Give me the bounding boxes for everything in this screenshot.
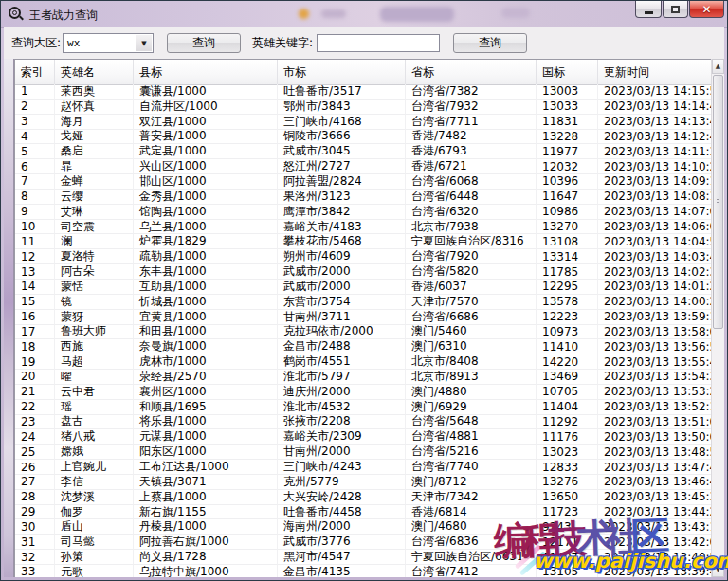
scroll-up-button[interactable]: ▲ (712, 59, 724, 74)
table-row[interactable]: 33元歌乌拉特中旗/1000金昌市/4135台湾省/7412131052023/… (15, 565, 714, 577)
cell-national: 13108 (537, 234, 598, 249)
query-button-1[interactable]: 查询 (167, 33, 241, 53)
cell-update-time: 2023/03/13 14:13:47 (598, 115, 714, 130)
table-row[interactable]: 19马超虎林市/1000鹤岗市/4551北京市/8408142202023/03… (15, 354, 714, 370)
cell-index: 4 (15, 130, 55, 145)
cell-hero-name: 阿古朵 (55, 264, 134, 280)
cell-index: 25 (15, 445, 55, 460)
cell-province: 澳门/6929 (406, 400, 537, 415)
table-row[interactable]: 13阿古朵东丰县/1000武威市/2000台湾省/5820117852023/0… (15, 264, 714, 280)
cell-city: 鹰潭市/3842 (278, 205, 406, 220)
cell-county: 乌拉特中旗/1000 (134, 565, 278, 577)
cell-national: 11407 (537, 550, 598, 565)
cell-hero-name: 赵怀真 (55, 100, 134, 115)
cell-hero-name: 司马懿 (55, 535, 134, 550)
column-header[interactable]: 英雄名 (55, 60, 134, 84)
table-row[interactable]: 22瑶和顺县/1695淮北市/4532澳门/6929114042023/03/1… (15, 400, 714, 415)
cell-index: 31 (15, 535, 55, 550)
cell-index: 12 (15, 249, 55, 264)
table-row[interactable]: 4戈娅普安县/1000铜陵市/3666香港/7482132282023/03/1… (15, 130, 714, 145)
column-header[interactable]: 省标 (406, 60, 537, 84)
close-button[interactable]: ✕ (689, 1, 724, 18)
table-row[interactable]: 7金蝉邯山区/1000阿拉善盟/2824台湾省/6068103962023/03… (15, 174, 714, 190)
cell-update-time: 2023/03/13 13:55:48 (598, 354, 714, 370)
table-row[interactable]: 28沈梦溪上蔡县/1000大兴安岭/2428天津市/7342136502023/… (15, 490, 714, 505)
table-row[interactable]: 23盘古将乐县/1000张掖市/2208台湾省/5648112922023/03… (15, 415, 714, 430)
cell-index: 27 (15, 475, 55, 490)
cell-national: 10973 (537, 325, 598, 340)
table-row[interactable]: 16蒙犽宜黄县/1000甘南州/3711台湾省/6686122232023/03… (15, 310, 714, 325)
cell-national: 13105 (537, 565, 598, 577)
cell-index: 9 (15, 205, 55, 220)
cell-hero-name: 金蝉 (55, 174, 134, 190)
cell-update-time: 2023/03/13 13:47:46 (598, 460, 714, 475)
table-row[interactable]: 8云缨金秀县/1000果洛州/3123台湾省/6448116472023/03/… (15, 190, 714, 205)
table-row[interactable]: 11澜炉霍县/1829攀枝花市/5468宁夏回族自治区/831613108202… (15, 234, 714, 249)
column-header[interactable]: 索引 (15, 60, 55, 84)
table-row[interactable]: 24猪八戒元谋县/1000嘉峪关市/2309台湾省/4881111762023/… (15, 429, 714, 445)
cell-national: 13469 (537, 370, 598, 385)
cell-update-time: 2023/03/13 13:48:53 (598, 445, 714, 460)
cell-county: 阿拉善右旗/1000 (134, 535, 278, 550)
cell-index: 22 (15, 400, 55, 415)
cell-index: 28 (15, 490, 55, 505)
cell-city: 三门峡市/4243 (278, 460, 406, 475)
table-row[interactable]: 3海月双江县/1000三门峡市/4168台湾省/7711118312023/03… (15, 115, 714, 130)
table-row[interactable]: 6暃兴山区/1000怒江州/2727香港/6721120322023/03/13… (15, 159, 714, 174)
scrollbar-thumb[interactable] (713, 75, 723, 329)
cell-hero-name: 鲁班大师 (55, 325, 134, 340)
cell-hero-name: 戈娅 (55, 130, 134, 145)
minimize-button[interactable] (635, 1, 662, 18)
column-header[interactable]: 县标 (134, 60, 278, 84)
cell-province: 台湾省/7932 (406, 100, 537, 115)
title-bar[interactable]: 王者战力查询 ✕ (1, 1, 727, 28)
cell-update-time: 2023/03/13 14:06:02 (598, 220, 714, 235)
scroll-down-button[interactable]: ▼ (712, 562, 724, 577)
query-button-2[interactable]: 查询 (453, 33, 527, 53)
cell-index: 24 (15, 429, 55, 445)
cell-national: 10705 (537, 385, 598, 400)
table-row[interactable]: 18西施奈曼旗/1000金昌市/2488澳门/6310114102023/03/… (15, 339, 714, 354)
minimize-icon (645, 11, 653, 14)
cell-county: 乌兰县/1000 (134, 220, 278, 235)
cell-city: 鹤岗市/4551 (278, 354, 406, 370)
table-row[interactable]: 30盾山丹棱县/1000海南州/2000澳门/468092432023/03/1… (15, 519, 714, 535)
cell-city: 武威市/2000 (278, 264, 406, 280)
column-header[interactable]: 国标 (537, 60, 598, 84)
table-row[interactable]: 15镜忻城县/1000东营市/3754天津市/7570135782023/03/… (15, 295, 714, 310)
cell-hero-name: 云中君 (55, 385, 134, 400)
table-row[interactable]: 31司马懿阿拉善右旗/1000武威市/3776台湾省/6836121712023… (15, 535, 714, 550)
table-row[interactable]: 14蒙恬互助县/1000武威市/2000香港/6037122952023/03/… (15, 280, 714, 295)
cell-city: 鄂州市/3843 (278, 100, 406, 115)
cell-city: 怒江州/2727 (278, 159, 406, 174)
cell-update-time: 2023/03/13 14:11:37 (598, 144, 714, 159)
column-header[interactable]: 市标 (278, 60, 406, 84)
table-row[interactable]: 26上官婉儿工布江达县/1000三门峡市/4243台湾省/77401283320… (15, 460, 714, 475)
maximize-button[interactable] (663, 1, 688, 18)
table-row[interactable]: 20曜荥经县/2570淮北市/5797北京市/8913134692023/03/… (15, 370, 714, 385)
cell-index: 5 (15, 144, 55, 159)
table-row[interactable]: 1莱西奥囊谦县/1000吐鲁番市/3517台湾省/7382130032023/0… (15, 84, 714, 100)
table-row[interactable]: 5桑启武定县/1000武威市/3045香港/6793119772023/03/1… (15, 144, 714, 159)
table-row[interactable]: 27李信天镇县/3071克州/5779澳门/8712132762023/03/1… (15, 475, 714, 490)
table-row[interactable]: 12夏洛特疏勒县/1000朔州市/4609台湾省/7920133142023/0… (15, 249, 714, 264)
table-row[interactable]: 32孙策尚义县/1728黑河市/4547宁夏回族自治区/663111407202… (15, 550, 714, 565)
cell-index: 18 (15, 339, 55, 354)
table-row[interactable]: 10司空震乌兰县/1000嘉峪关市/4183北京市/7938132702023/… (15, 220, 714, 235)
cell-hero-name: 夏洛特 (55, 249, 134, 264)
combo-dropdown-button[interactable]: ▼ (136, 35, 152, 51)
vertical-scrollbar[interactable]: ▲ ▼ (711, 59, 724, 577)
keyword-input[interactable] (317, 34, 440, 52)
cell-city: 黑河市/4547 (278, 550, 406, 565)
column-header[interactable]: 更新时间 (598, 60, 714, 84)
cell-index: 15 (15, 295, 55, 310)
table-row[interactable]: 9艾琳馆陶县/1000鹰潭市/3842台湾省/6320109862023/03/… (15, 205, 714, 220)
table-row[interactable]: 21云中君襄州区/1000迪庆州/2000澳门/4880107052023/03… (15, 385, 714, 400)
cell-hero-name: 孙策 (55, 550, 134, 565)
table-row[interactable]: 25嫦娥阳东区/1000甘南州/2000台湾省/5216130232023/03… (15, 445, 714, 460)
cell-national: 11831 (537, 115, 598, 130)
region-select[interactable]: wx ▼ (63, 33, 154, 53)
table-row[interactable]: 29伽罗新右旗/1155吐鲁番市/4458香港/6814117232023/03… (15, 505, 714, 520)
table-row[interactable]: 2赵怀真自流井区/1000鄂州市/3843台湾省/7932130332023/0… (15, 100, 714, 115)
table-row[interactable]: 17鲁班大师和田县/1000克拉玛依市/2000澳门/5460109732023… (15, 325, 714, 340)
